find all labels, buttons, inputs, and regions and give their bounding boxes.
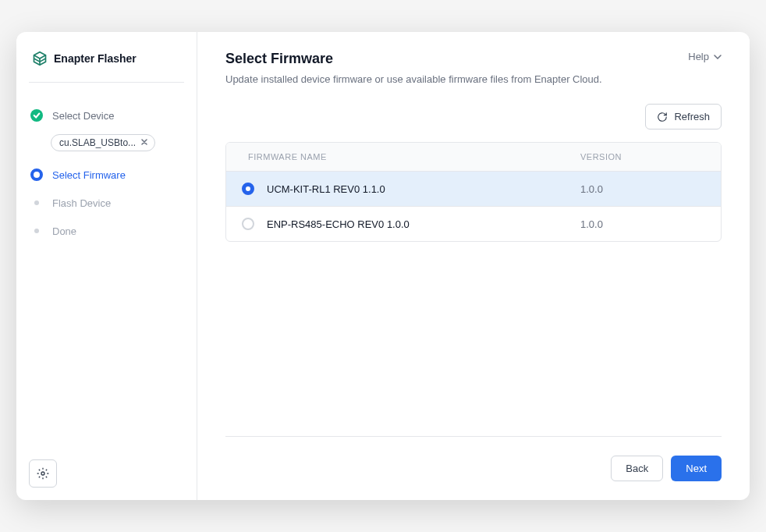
check-icon bbox=[30, 109, 43, 122]
sidebar: Enapter Flasher Select Device cu.SLAB_US… bbox=[16, 32, 197, 500]
firmware-name: UCM-KIT-RL1 REV0 1.1.0 bbox=[267, 183, 580, 195]
step-label: Select Device bbox=[52, 110, 114, 122]
close-icon[interactable] bbox=[140, 138, 148, 147]
gear-icon bbox=[37, 467, 49, 480]
step-select-firmware[interactable]: Select Firmware bbox=[29, 164, 184, 186]
firmware-version: 1.0.0 bbox=[580, 218, 705, 230]
step-label: Flash Device bbox=[52, 197, 111, 209]
firmware-table: FIRMWARE NAME VERSION UCM-KIT-RL1 REV0 1… bbox=[225, 142, 722, 242]
help-button[interactable]: Help bbox=[688, 51, 722, 62]
radio-unchecked-icon[interactable] bbox=[242, 218, 254, 230]
table-row[interactable]: ENP-RS485-ECHO REV0 1.0.0 1.0.0 bbox=[226, 206, 721, 241]
dot-icon bbox=[30, 225, 43, 237]
next-button[interactable]: Next bbox=[671, 456, 722, 481]
firmware-name: ENP-RS485-ECHO REV0 1.0.0 bbox=[267, 218, 580, 230]
step-label: Select Firmware bbox=[52, 169, 126, 181]
page-subtitle: Update installed device firmware or use … bbox=[225, 73, 722, 85]
refresh-label: Refresh bbox=[674, 111, 710, 122]
page-title: Select Firmware bbox=[225, 51, 333, 67]
refresh-icon bbox=[657, 112, 668, 122]
sidebar-footer bbox=[29, 450, 184, 488]
refresh-button[interactable]: Refresh bbox=[645, 104, 722, 129]
step-select-device[interactable]: Select Device bbox=[29, 105, 184, 126]
enapter-logo-icon bbox=[32, 51, 48, 66]
table-row[interactable]: UCM-KIT-RL1 REV0 1.1.0 1.0.0 bbox=[226, 171, 721, 206]
device-chip-text: cu.SLAB_USBto... bbox=[59, 137, 136, 148]
app-window: Enapter Flasher Select Device cu.SLAB_US… bbox=[16, 32, 750, 500]
radio-active-icon bbox=[30, 168, 43, 181]
step-label: Done bbox=[52, 225, 76, 237]
settings-button[interactable] bbox=[29, 459, 57, 488]
toolbar: Refresh bbox=[225, 104, 722, 129]
svg-point-0 bbox=[41, 472, 44, 475]
step-done: Done bbox=[29, 220, 184, 242]
wizard-steps: Select Device cu.SLAB_USBto... Select Fi… bbox=[29, 83, 184, 450]
radio-checked-icon[interactable] bbox=[242, 183, 254, 195]
table-header: FIRMWARE NAME VERSION bbox=[226, 143, 721, 171]
app-name: Enapter Flasher bbox=[54, 52, 137, 65]
main-footer: Back Next bbox=[225, 436, 722, 481]
dot-icon bbox=[30, 197, 43, 209]
chevron-down-icon bbox=[714, 55, 722, 59]
app-logo: Enapter Flasher bbox=[29, 51, 184, 83]
back-button[interactable]: Back bbox=[611, 456, 663, 481]
help-label: Help bbox=[688, 51, 709, 62]
main-content: Select Firmware Help Update installed de… bbox=[197, 32, 750, 500]
column-header-version: VERSION bbox=[580, 152, 705, 161]
firmware-version: 1.0.0 bbox=[580, 183, 705, 195]
device-chip[interactable]: cu.SLAB_USBto... bbox=[51, 134, 155, 151]
column-header-name: FIRMWARE NAME bbox=[242, 152, 580, 161]
main-header: Select Firmware Help bbox=[225, 51, 722, 67]
step-flash-device: Flash Device bbox=[29, 192, 184, 214]
